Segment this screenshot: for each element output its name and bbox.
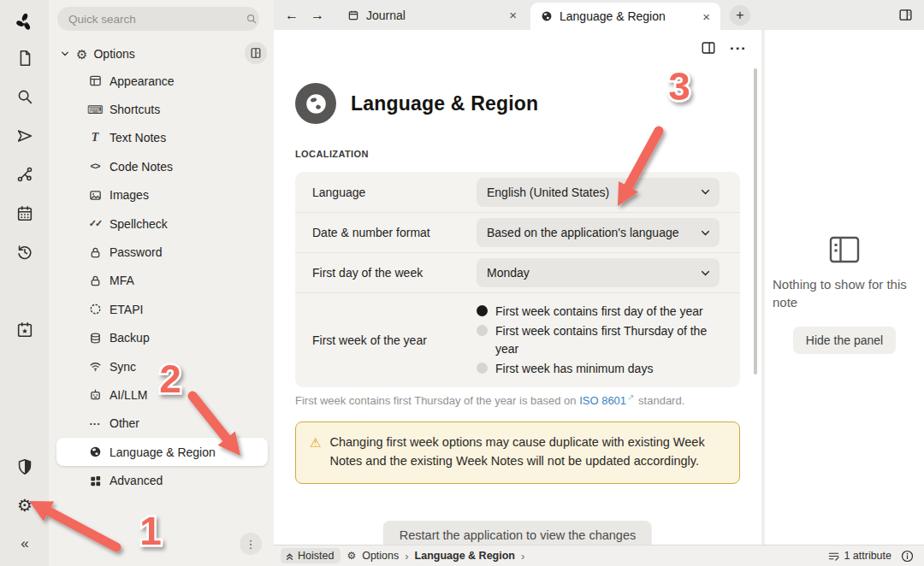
history-back-button[interactable]: ← (279, 8, 305, 23)
sidebar-item-spellcheck[interactable]: ✓✓ Spellcheck (49, 209, 274, 238)
recent-changes-icon[interactable] (15, 242, 35, 262)
tree-menu-button[interactable]: ⋮ (240, 533, 262, 555)
note-map-icon[interactable] (15, 164, 35, 185)
sidebar-item-sync[interactable]: Sync (49, 352, 274, 380)
note-tree: ⚙ Options Appearance ⌨ Shortcuts T Text … (49, 41, 274, 495)
chevron-down-icon[interactable] (60, 49, 70, 59)
keyboard-icon: ⌨ (88, 103, 102, 116)
globe-icon (88, 445, 102, 459)
new-tab-button[interactable]: + (730, 5, 750, 26)
setting-label: First week of the year (312, 333, 477, 347)
radio-selected-icon[interactable] (477, 305, 488, 316)
sidebar-item-code-notes[interactable]: <> Code Notes (49, 152, 274, 180)
gear-icon: ⚙ (346, 551, 356, 561)
language-select[interactable]: English (United States) (477, 178, 720, 207)
grid-icon (88, 474, 102, 487)
sidebar-item-etapi[interactable]: ETAPI (49, 295, 274, 323)
sidebar-item-mfa[interactable]: MFA (49, 267, 274, 295)
wifi-icon (88, 360, 102, 374)
protected-session-icon[interactable] (15, 457, 35, 477)
history-forward-button[interactable]: → (305, 8, 330, 23)
image-icon (88, 188, 102, 202)
globe-icon (541, 10, 553, 22)
note-tree-panel: ⚙ Options Appearance ⌨ Shortcuts T Text … (49, 0, 274, 566)
sidebar-item-text-notes[interactable]: T Text Notes (49, 124, 274, 152)
tab-label: Journal (366, 9, 502, 22)
tree-item-label: Backup (110, 331, 150, 345)
hoisted-label: Hoisted (298, 550, 334, 562)
tree-item-label: Images (110, 188, 149, 202)
chevron-down-icon (700, 227, 711, 239)
close-tab-icon[interactable]: × (509, 8, 517, 22)
radio-unselected-icon[interactable] (477, 325, 488, 336)
chevron-down-icon (700, 186, 711, 198)
tree-item-label: Other (110, 416, 139, 430)
jump-to-icon[interactable] (15, 126, 35, 146)
search-input[interactable] (57, 7, 259, 31)
new-note-icon[interactable] (15, 48, 35, 68)
iso-8601-link[interactable]: ISO 8601 (579, 394, 626, 407)
split-view-icon[interactable] (701, 40, 716, 56)
content-scrollbar[interactable] (754, 68, 757, 374)
chevron-right-icon: › (521, 551, 524, 562)
calendar-icon[interactable] (15, 203, 35, 224)
attribute-count: 1 attribute (844, 550, 891, 562)
sidebar-item-backup[interactable]: Backup (49, 324, 274, 352)
collapse-rail-icon[interactable]: « (15, 534, 35, 554)
sidebar-item-ai-llm[interactable]: AI/LLM (49, 380, 274, 409)
today-journal-icon[interactable] (15, 320, 35, 340)
sidebar-item-password[interactable]: Password (49, 238, 274, 266)
sidebar-item-shortcuts[interactable]: ⌨ Shortcuts (49, 95, 274, 123)
radio-option-first-thursday[interactable]: First week contains first Thursday of th… (477, 322, 725, 357)
kebab-icon: ⋮ (246, 538, 257, 551)
settings-gear-icon[interactable]: ⚙ (15, 495, 35, 516)
tab-bar: ← → Journal × Language & Region × + (274, 0, 924, 30)
lock-icon (88, 245, 102, 259)
toggle-right-panel-icon[interactable] (898, 8, 913, 22)
tab-label: Language & Region (560, 9, 696, 23)
chevron-right-icon: › (405, 551, 408, 562)
note-detail-pane: ··· Language & Region LOCALIZATION Langu… (274, 30, 761, 545)
sidebar-item-language-region[interactable]: Language & Region (56, 438, 268, 466)
sidebar-item-images[interactable]: Images (49, 181, 274, 209)
warning-callout: ⚠ Changing first week options may cause … (295, 422, 740, 484)
sidebar-item-other[interactable]: ··· Other (49, 410, 274, 438)
tree-item-label: Code Notes (110, 160, 173, 174)
gear-icon: ⚙ (76, 48, 87, 61)
breadcrumb-options[interactable]: Options (362, 550, 399, 562)
chevrons-up-icon (285, 551, 294, 561)
attribute-list-icon (828, 551, 839, 562)
close-tab-icon[interactable]: × (702, 9, 710, 24)
breadcrumb-current[interactable]: Language & Region (415, 550, 515, 562)
tree-item-label: ETAPI (110, 303, 143, 316)
more-options-icon[interactable]: ··· (730, 41, 747, 56)
tree-item-options[interactable]: ⚙ Options (49, 41, 274, 67)
spellcheck-icon: ✓✓ (88, 217, 102, 231)
date-format-select[interactable]: Based on the application's language (477, 218, 720, 247)
selected-value: Monday (487, 266, 530, 280)
tree-item-label: Password (110, 245, 162, 259)
launcher-rail: ⚙ « (0, 0, 49, 566)
localization-card: Language English (United States) Date & … (295, 172, 740, 387)
tree-item-label: Options (93, 47, 134, 61)
radio-option-minimum-days[interactable]: First week has minimum days (477, 360, 725, 377)
radio-option-first-day[interactable]: First week contains first day of the yea… (477, 303, 725, 320)
attributes-button[interactable]: 1 attribute (828, 550, 891, 562)
sidebar-item-appearance[interactable]: Appearance (49, 67, 274, 95)
info-icon[interactable] (901, 550, 914, 563)
note-toolbar: ··· (701, 40, 747, 56)
tree-item-label: Text Notes (110, 131, 166, 144)
search-icon (246, 13, 258, 25)
hoisted-chip[interactable]: Hoisted (281, 548, 341, 563)
selected-value: Based on the application's language (487, 226, 679, 239)
setting-label: First day of the week (312, 266, 477, 280)
tab-journal[interactable]: Journal × (337, 0, 527, 30)
search-icon[interactable] (15, 86, 35, 107)
radio-label: First week contains first day of the yea… (495, 303, 703, 320)
tree-item-label: Language & Region (110, 445, 216, 459)
hide-panel-button[interactable]: Hide the panel (793, 327, 896, 354)
first-day-select[interactable]: Monday (477, 258, 720, 287)
sidebar-item-advanced[interactable]: Advanced (49, 466, 274, 494)
tab-language-region[interactable]: Language & Region × (530, 3, 720, 30)
radio-unselected-icon[interactable] (477, 363, 488, 374)
